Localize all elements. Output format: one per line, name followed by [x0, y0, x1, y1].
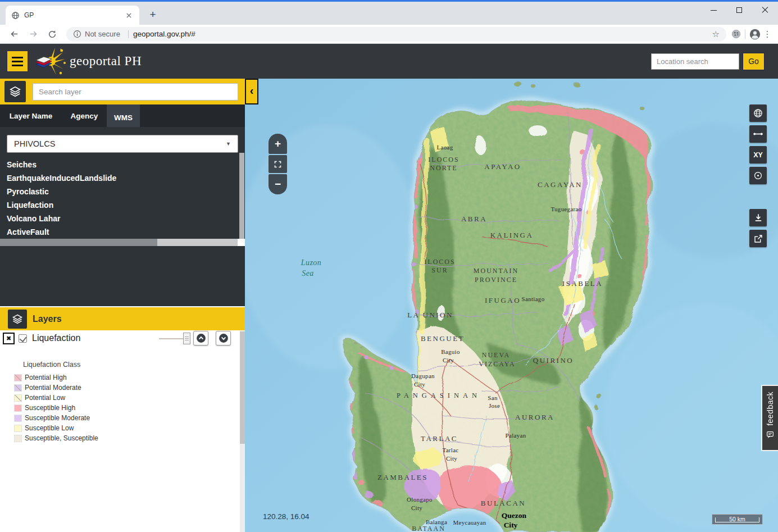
province-label: CAGAYAN	[538, 180, 583, 189]
download-button[interactable]	[749, 209, 767, 226]
back-button[interactable]	[7, 27, 21, 42]
province-label: BENGUET	[421, 334, 465, 343]
zoom-out-button[interactable]: −	[269, 174, 287, 194]
forward-button[interactable]	[26, 27, 40, 42]
province-label: KALINGA	[490, 231, 534, 239]
close-button[interactable]	[752, 2, 778, 19]
layer-visibility-checkbox[interactable]	[19, 334, 27, 343]
remove-layer-button[interactable]: ✖	[3, 333, 15, 344]
address-bar[interactable]: Not secure geoportal.gov.ph/# ☆	[66, 27, 726, 42]
zoom-in-button[interactable]: +	[269, 134, 287, 154]
city-label: San	[488, 394, 498, 401]
sidebar: Layer Name Agency WMS PHIVOLCS ▼ Seiches…	[0, 79, 245, 532]
bookmark-star-icon[interactable]: ☆	[712, 29, 720, 39]
list-item[interactable]: Liquefaction	[0, 198, 245, 212]
move-layer-down-button[interactable]	[216, 331, 231, 345]
province-label: TARLAC	[421, 434, 458, 443]
go-button[interactable]: Go	[743, 53, 765, 70]
layers-icon	[12, 313, 23, 325]
list-item[interactable]: ActiveFault	[0, 225, 245, 239]
new-tab-button[interactable]: +	[146, 8, 160, 22]
layer-search-bar	[0, 79, 245, 104]
location-search-input[interactable]	[651, 53, 739, 70]
tab-agency[interactable]: Agency	[62, 104, 107, 127]
legend-item: Potential High	[14, 372, 236, 383]
list-item[interactable]: Pyroclastic	[0, 185, 245, 198]
wms-source-select[interactable]: PHIVOLCS ▼	[7, 135, 238, 153]
province-label: APAYAO	[484, 162, 521, 171]
city-label: Baguio	[441, 348, 460, 355]
locate-button[interactable]	[749, 167, 767, 184]
move-layer-up-button[interactable]	[193, 331, 208, 345]
sidebar-collapse-button[interactable]: ‹	[245, 79, 258, 104]
tab-close-icon[interactable]	[124, 10, 134, 20]
xy-coordinates-button[interactable]: XY	[749, 146, 767, 163]
list-item[interactable]: Volcano Lahar	[0, 212, 245, 225]
geoportal-logo	[33, 46, 67, 77]
list-item[interactable]: Seiches	[0, 158, 245, 171]
info-icon[interactable]	[73, 30, 81, 38]
city-label: City	[443, 357, 454, 363]
profile-avatar-icon[interactable]	[749, 28, 761, 40]
legend-swatch	[14, 425, 22, 432]
list-item[interactable]: EarthquakeInducedLandslide	[0, 171, 245, 185]
minimize-button[interactable]	[700, 2, 726, 19]
app-header: geoportal PH Go	[0, 44, 778, 79]
city-label: City	[504, 521, 518, 529]
horizontal-scrollbar-thumb[interactable]	[0, 239, 157, 246]
province-label: BATAAN	[412, 525, 445, 532]
browser-menu-icon[interactable]: ⋮	[761, 29, 774, 39]
legend-label: Potential High	[25, 374, 67, 381]
extension-icon[interactable]	[731, 29, 741, 39]
tab-layer-name[interactable]: Layer Name	[0, 104, 62, 127]
download-icon	[753, 213, 763, 223]
legend-label: Susceptible, Susceptible	[25, 434, 98, 442]
province-label: BULACAN	[481, 499, 526, 507]
layer-search-input[interactable]	[33, 83, 238, 101]
panel-scrollbar[interactable]	[240, 330, 245, 532]
legend-item: Potential Moderate	[14, 383, 236, 393]
close-icon	[762, 7, 768, 13]
maximize-icon	[736, 7, 742, 13]
legend-label: Susceptible High	[25, 404, 75, 412]
legend-item: Susceptible Moderate	[14, 413, 236, 423]
city-label: Santiago	[522, 295, 545, 302]
scale-bar: 50 km	[712, 514, 763, 525]
city-label: Jose	[489, 402, 500, 409]
legend-item: Susceptible High	[14, 403, 236, 413]
panel-scrollbar-thumb[interactable]	[240, 331, 245, 444]
legend-label: Potential Low	[25, 394, 65, 402]
vertical-scrollbar-thumb[interactable]	[239, 153, 244, 239]
layers-header-button[interactable]	[8, 310, 27, 329]
city-label: City	[414, 381, 425, 388]
locate-icon	[753, 170, 763, 181]
province-label: ILOCOS	[424, 258, 455, 266]
tab-title: GP	[24, 11, 124, 19]
province-label: NUEVA	[482, 351, 510, 359]
toolbar-separator	[745, 29, 745, 39]
scrollbar-corner	[238, 239, 245, 246]
sea-label: Luzon	[301, 258, 322, 267]
horizontal-scrollbar[interactable]	[0, 239, 245, 246]
full-extent-button[interactable]	[269, 155, 287, 173]
layers-panel-button[interactable]	[4, 81, 26, 102]
province-label: ZAMBALES	[377, 473, 428, 481]
province-label: NORTE	[430, 164, 457, 172]
measure-button[interactable]	[749, 125, 767, 143]
city-label: Quezon	[502, 511, 527, 520]
opacity-slider-thumb[interactable]	[183, 333, 190, 344]
legend-title: Liquefaction Class	[23, 361, 236, 369]
feedback-button[interactable]: feedback	[761, 385, 778, 451]
export-button[interactable]	[749, 230, 767, 247]
legend-swatch	[14, 435, 22, 442]
maximize-button[interactable]	[726, 2, 752, 19]
reload-button[interactable]	[45, 27, 60, 42]
security-label: Not secure	[85, 30, 120, 38]
province-label: QUIRINO	[533, 356, 574, 365]
basemap-button[interactable]	[749, 104, 767, 122]
main-menu-button[interactable]	[7, 51, 28, 72]
sea-label: Sea	[302, 269, 314, 278]
wms-layer-list: Seiches EarthquakeInducedLandslide Pyroc…	[0, 158, 245, 239]
map-canvas[interactable]: Luzon Sea Laoag ILOCOS NORTE APAYAO CAGA…	[245, 79, 778, 532]
browser-tab[interactable]: GP	[6, 6, 139, 25]
